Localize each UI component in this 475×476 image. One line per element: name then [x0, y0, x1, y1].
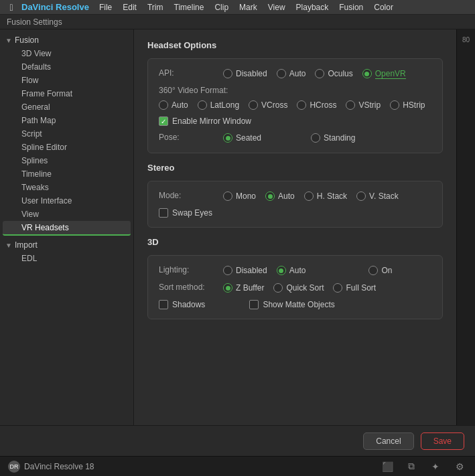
- sidebar-item-view[interactable]: View: [3, 208, 131, 221]
- sidebar-item-vr-headsets[interactable]: VR Headsets: [3, 221, 131, 236]
- stereo-auto[interactable]: Auto: [265, 191, 295, 201]
- sort-zbuffer-radio[interactable]: [223, 283, 232, 293]
- settings-icon[interactable]: ⚙: [452, 459, 467, 474]
- menu-color[interactable]: Color: [369, 1, 398, 13]
- vf-vcross[interactable]: VCross: [249, 100, 287, 110]
- lighting-disabled-radio[interactable]: [223, 266, 232, 275]
- menu-edit[interactable]: Edit: [118, 1, 141, 13]
- pose-seated[interactable]: Seated: [223, 133, 261, 143]
- sidebar-item-timeline[interactable]: Timeline: [3, 167, 131, 181]
- vf-hcross[interactable]: HCross: [297, 100, 336, 110]
- vf-vstrip-radio[interactable]: [346, 100, 355, 110]
- menu-mark[interactable]: Mark: [234, 1, 262, 13]
- pose-seated-radio[interactable]: [223, 133, 232, 143]
- vf-vstrip[interactable]: VStrip: [346, 100, 381, 110]
- sidebar-item-script[interactable]: Script: [3, 127, 131, 141]
- sidebar-section-fusion[interactable]: ▼ Fusion: [0, 33, 133, 47]
- swap-eyes-checkbox[interactable]: [159, 208, 168, 218]
- stereo-hstack[interactable]: H. Stack: [304, 191, 347, 201]
- monitor-icon[interactable]: ⬛: [380, 459, 395, 474]
- sidebar-item-splines[interactable]: Splines: [3, 154, 131, 167]
- lighting-on[interactable]: On: [368, 266, 392, 275]
- swap-eyes-checkbox-item[interactable]: Swap Eyes: [159, 208, 212, 218]
- lighting-auto[interactable]: Auto: [277, 266, 306, 275]
- stereo-hstack-radio[interactable]: [304, 191, 314, 201]
- api-openvr[interactable]: OpenVR: [362, 69, 406, 79]
- stereo-mono-radio[interactable]: [223, 191, 232, 201]
- stereo-mono[interactable]: Mono: [223, 191, 256, 201]
- mirror-window-checkbox[interactable]: ✓: [159, 116, 168, 126]
- save-button[interactable]: Save: [421, 432, 464, 450]
- stereo-vstack[interactable]: V. Stack: [356, 191, 399, 201]
- sidebar-item-frame-format[interactable]: Frame Format: [3, 87, 131, 100]
- api-oculus-label: Oculus: [328, 69, 352, 78]
- menu-clip[interactable]: Clip: [210, 1, 233, 13]
- lighting-on-radio[interactable]: [368, 266, 378, 275]
- lighting-radio-group: Disabled Auto On: [223, 266, 392, 275]
- mirror-window-checkbox-item[interactable]: ✓ Enable Mirror Window: [159, 116, 251, 126]
- shadows-checkbox-item[interactable]: Shadows: [159, 300, 205, 309]
- api-oculus[interactable]: Oculus: [315, 69, 352, 78]
- vf-latlong[interactable]: LatLong: [198, 100, 239, 110]
- app-name[interactable]: DaVinci Resolve: [21, 2, 89, 12]
- sidebar-item-user-interface[interactable]: User Interface: [3, 194, 131, 208]
- vf-hstrip-radio[interactable]: [390, 100, 399, 110]
- sidebar-item-spline-editor[interactable]: Spline Editor: [3, 141, 131, 154]
- pose-standing-radio[interactable]: [311, 133, 320, 143]
- sidebar-item-tweaks[interactable]: Tweaks: [3, 181, 131, 194]
- menu-file[interactable]: File: [94, 1, 117, 13]
- pose-standing[interactable]: Standing: [311, 133, 355, 143]
- vf-vcross-radio[interactable]: [249, 100, 258, 110]
- status-bar: DR DaVinci Resolve 18 ⬛ ⧉ ✦ ⚙: [0, 456, 475, 476]
- lighting-auto-radio[interactable]: [277, 266, 286, 275]
- sidebar-item-general[interactable]: General: [3, 100, 131, 114]
- vf-hcross-radio[interactable]: [297, 100, 306, 110]
- vf-latlong-radio[interactable]: [198, 100, 207, 110]
- edit-icon[interactable]: ✦: [428, 459, 443, 474]
- show-matte-checkbox[interactable]: [249, 300, 259, 309]
- sort-fullsort[interactable]: Full Sort: [333, 283, 376, 293]
- api-auto[interactable]: Auto: [277, 69, 306, 78]
- sort-quicksort-radio[interactable]: [273, 283, 283, 293]
- vf-auto[interactable]: Auto: [159, 100, 188, 110]
- status-bar-right: ⬛ ⧉ ✦ ⚙: [380, 459, 467, 474]
- sort-fullsort-radio[interactable]: [333, 283, 342, 293]
- menu-timeline[interactable]: Timeline: [169, 1, 209, 13]
- cancel-button[interactable]: Cancel: [363, 432, 413, 450]
- api-label: API:: [159, 68, 219, 78]
- stereo-vstack-radio[interactable]: [356, 191, 366, 201]
- stereo-auto-radio[interactable]: [265, 191, 275, 201]
- sort-fullsort-label: Full Sort: [346, 283, 376, 293]
- menu-view[interactable]: View: [263, 1, 290, 13]
- sidebar-item-edl[interactable]: EDL: [3, 252, 131, 265]
- menu-trim[interactable]: Trim: [143, 1, 168, 13]
- apple-logo[interactable]: : [5, 1, 17, 13]
- lighting-disabled[interactable]: Disabled: [223, 266, 267, 275]
- api-auto-radio[interactable]: [277, 69, 286, 78]
- api-openvr-radio[interactable]: [362, 69, 372, 78]
- shadows-checkbox[interactable]: [159, 300, 168, 309]
- menu-playback[interactable]: Playback: [291, 1, 334, 13]
- checkmark-icon: ✓: [161, 118, 166, 125]
- sort-quicksort[interactable]: Quick Sort: [273, 283, 324, 293]
- sidebar-section-import[interactable]: ▼ Import: [0, 238, 133, 252]
- sidebar-item-path-map[interactable]: Path Map: [3, 114, 131, 127]
- sort-zbuffer[interactable]: Z Buffer: [223, 283, 264, 293]
- sidebar-item-defaults[interactable]: Defaults: [3, 60, 131, 74]
- vf-auto-radio[interactable]: [159, 100, 168, 110]
- lighting-auto-dot: [279, 268, 283, 273]
- sidebar-item-flow[interactable]: Flow: [3, 74, 131, 87]
- stereo-title: Stereo: [147, 163, 443, 173]
- vf-hstrip[interactable]: HStrip: [390, 100, 425, 110]
- api-oculus-radio[interactable]: [315, 69, 324, 78]
- menu-fusion[interactable]: Fusion: [334, 1, 368, 13]
- vf-hcross-label: HCross: [310, 100, 336, 110]
- api-disabled-radio[interactable]: [223, 69, 232, 78]
- show-matte-checkbox-item[interactable]: Show Matte Objects: [249, 300, 334, 309]
- media-icon[interactable]: ⧉: [404, 459, 419, 474]
- sidebar-item-3d-view[interactable]: 3D View: [3, 47, 131, 60]
- mirror-window-label: Enable Mirror Window: [172, 116, 251, 126]
- sort-zbuffer-dot: [226, 286, 230, 291]
- fusion-settings-bar: Fusion Settings: [0, 15, 475, 29]
- api-disabled[interactable]: Disabled: [223, 69, 267, 78]
